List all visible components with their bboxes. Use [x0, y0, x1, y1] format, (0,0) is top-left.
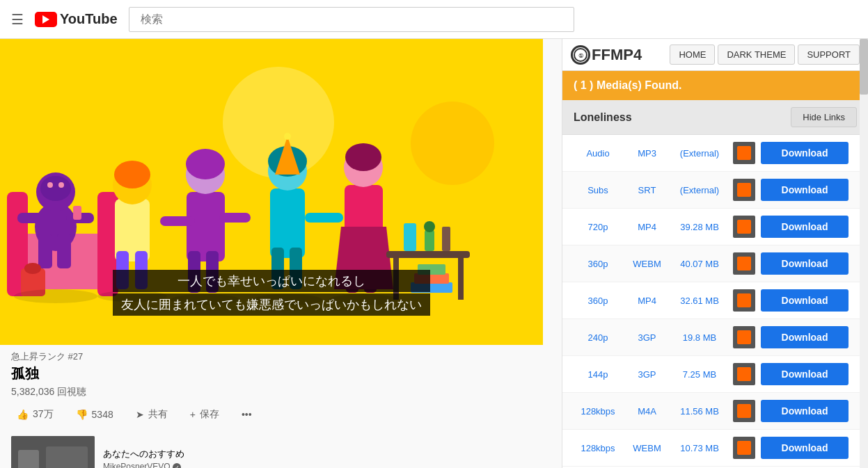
svg-point-33 [284, 133, 291, 140]
rec-thumbnail[interactable]: vevo 4:40 [11, 436, 95, 468]
dl-icon-button[interactable] [733, 179, 755, 201]
scrollbar-thumb[interactable] [860, 39, 868, 95]
dl-icon-button[interactable] [733, 437, 755, 459]
dl-icon-button[interactable] [733, 142, 755, 164]
svg-rect-25 [160, 216, 195, 226]
svg-rect-34 [305, 213, 343, 223]
download-button[interactable]: Download [761, 326, 849, 348]
media-found-banner: ( 1 ) Media(s) Found. [562, 71, 868, 100]
svg-rect-10 [57, 234, 71, 268]
dl-type: Audio [574, 148, 622, 159]
dl-type: Subs [574, 185, 622, 195]
download-button[interactable]: Download [761, 179, 849, 201]
download-button[interactable]: Download [761, 142, 849, 164]
svg-point-8 [40, 176, 71, 201]
rec-title: あなたへのおすすめ [103, 448, 551, 460]
like-count: 37万 [33, 408, 54, 421]
dl-type: 720p [574, 222, 622, 232]
youtube-header: ☰ YouTube [0, 0, 868, 39]
svg-point-2 [411, 102, 494, 185]
dl-format: SRT [628, 185, 666, 195]
svg-point-49 [24, 263, 41, 274]
share-icon: ➤ [136, 409, 144, 420]
save-button[interactable]: + 保存 [184, 404, 225, 425]
like-button[interactable]: 👍 37万 [11, 404, 59, 425]
svg-rect-44 [404, 223, 416, 251]
search-input[interactable] [129, 7, 574, 32]
trending-badge: 急上昇ランク #27 [11, 350, 551, 363]
ffmp4-logo-circle: ① [571, 45, 590, 65]
main-content: 一人でも幸せいっぱいになれるし 友人に囲まれていても嫌悪感でいっぱいかもしれない… [0, 39, 868, 468]
ffmp4-dark-theme-btn[interactable]: DARK THEME [718, 45, 795, 65]
dl-type: 128kbps [574, 406, 622, 417]
download-row: 240p 3GP 19.8 MB Download [562, 319, 860, 356]
download-row: Subs SRT (External) Download [562, 172, 860, 209]
dl-format: WEBM [628, 443, 666, 453]
dl-type: 240p [574, 332, 622, 343]
dl-icon [736, 255, 752, 272]
download-row: 720p MP4 39.28 MB Download [562, 209, 860, 245]
dl-icon [736, 218, 752, 235]
ffmp4-home-btn[interactable]: HOME [670, 45, 715, 65]
video-player[interactable]: 一人でも幸せいっぱいになれるし 友人に囲まれていても嫌悪感でいっぱいかもしれない [0, 39, 543, 345]
scrollbar-track[interactable] [860, 39, 868, 468]
dl-size: 10.73 MB [672, 443, 727, 453]
dl-icon [736, 145, 752, 161]
dl-format: 3GP [628, 332, 666, 343]
dl-icon-button[interactable] [733, 252, 755, 275]
svg-rect-26 [219, 213, 251, 223]
dl-icon [736, 181, 752, 198]
dl-icon-button[interactable] [733, 289, 755, 312]
dl-format: WEBM [628, 259, 666, 269]
share-button[interactable]: ➤ 共有 [130, 404, 173, 425]
more-button[interactable]: ••• [236, 405, 258, 424]
download-button[interactable]: Download [761, 252, 849, 275]
svg-rect-9 [38, 234, 52, 268]
download-button[interactable]: Download [761, 437, 849, 459]
dl-size: 7.25 MB [672, 369, 727, 380]
video-stats: 5,382,036 回視聴 [11, 386, 551, 398]
subtitle-overlay: 一人でも幸せいっぱいになれるし 友人に囲まれていても嫌悪感でいっぱいかもしれない [113, 268, 430, 317]
svg-text:①: ① [578, 53, 583, 59]
dislike-button[interactable]: 👎 5348 [70, 405, 119, 424]
yt-logo-icon [35, 12, 57, 27]
media-title-row: Loneliness Hide Links [562, 100, 868, 135]
download-row: 360p MP4 32.61 MB Download [562, 282, 860, 319]
svg-point-22 [186, 149, 225, 179]
svg-rect-60 [18, 450, 39, 468]
svg-rect-47 [442, 227, 450, 251]
ffmp4-logo-text: FFMP4 [592, 46, 642, 64]
dl-icon-button[interactable] [733, 400, 755, 422]
svg-rect-43 [458, 258, 464, 300]
subtitle-line-2: 友人に囲まれていても嫌悪感でいっぱいかもしれない [113, 293, 430, 316]
ffmp4-support-btn[interactable]: SUPPORT [798, 45, 860, 65]
download-button[interactable]: Download [761, 216, 849, 238]
dl-icon-button[interactable] [733, 363, 755, 385]
youtube-logo[interactable]: YouTube [35, 11, 118, 27]
thumbs-up-icon: 👍 [17, 409, 29, 420]
download-row: 144p 3GP 7.25 MB Download [562, 356, 860, 393]
svg-point-17 [114, 161, 150, 188]
dl-type: 144p [574, 369, 622, 380]
dl-size: 39.28 MB [672, 222, 727, 232]
ffmp4-nav: HOME DARK THEME SUPPORT [670, 45, 860, 65]
svg-point-54 [14, 289, 97, 303]
dl-size: 19.8 MB [672, 332, 727, 343]
menu-icon[interactable]: ☰ [11, 11, 24, 28]
svg-rect-41 [386, 251, 470, 258]
hide-links-button[interactable]: Hide Links [791, 107, 857, 127]
save-label: 保存 [200, 408, 219, 421]
video-actions: 👍 37万 👎 5348 ➤ 共有 + 保存 ••• [11, 404, 551, 425]
ffmp4-header: ① FFMP4 HOME DARK THEME SUPPORT [562, 39, 868, 71]
ffmp4-panel: ① FFMP4 HOME DARK THEME SUPPORT ( 1 ) Me… [562, 39, 868, 468]
dl-format: MP4 [628, 296, 666, 306]
save-icon: + [190, 409, 196, 420]
download-button[interactable]: Download [761, 289, 849, 312]
dl-icon-button[interactable] [733, 216, 755, 238]
dl-format: MP4 [628, 222, 666, 232]
download-button[interactable]: Download [761, 400, 849, 422]
download-row: Audio MP3 (External) Download [562, 135, 860, 172]
download-list[interactable]: Audio MP3 (External) Download Subs SRT (… [562, 135, 868, 468]
dl-icon-button[interactable] [733, 326, 755, 348]
download-button[interactable]: Download [761, 363, 849, 385]
